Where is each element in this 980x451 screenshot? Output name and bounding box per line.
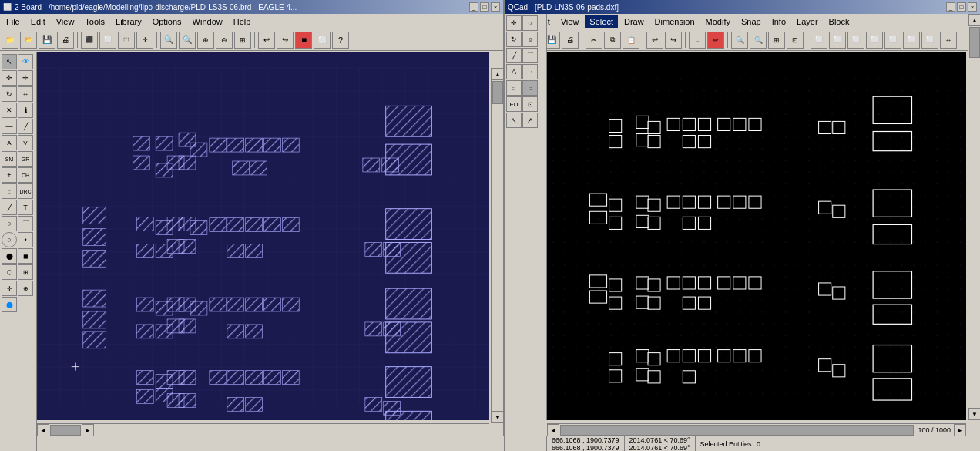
eagle-tb-zoom-in[interactable]: 🔍 — [160, 32, 177, 49]
eagle-tool-grid[interactable]: :: — [2, 183, 17, 199]
qcad-menu-modify[interactable]: Modify — [701, 15, 735, 28]
qcad-tool-snap-circle[interactable]: ○ — [522, 15, 538, 31]
eagle-tool-mirror[interactable]: ↔ — [18, 86, 33, 102]
eagle-menu-window[interactable]: Window — [188, 15, 227, 28]
eagle-tool-info[interactable]: ℹ — [18, 103, 33, 118]
eagle-tool-layer[interactable]: ⬤ — [2, 297, 17, 312]
qcad-tool-b1[interactable]: ⊡ — [522, 96, 538, 112]
eagle-tb-stop[interactable]: ⏹ — [295, 32, 312, 49]
eagle-tool-via[interactable]: ⬤ — [2, 248, 17, 264]
qcad-tool-crosshair[interactable]: ✛ — [506, 15, 522, 31]
eagle-scrollbar-h[interactable]: ◄ ► — [37, 423, 489, 436]
eagle-tool-circle[interactable]: ○ — [2, 232, 17, 247]
eagle-tool-copy[interactable]: ✛ — [18, 70, 33, 86]
qcad-tool-text[interactable]: A — [506, 64, 522, 79]
eagle-tool-delete[interactable]: ✕ — [2, 103, 17, 118]
eagle-tb-redo[interactable]: ↪ — [277, 32, 294, 49]
eagle-tool-add[interactable]: + — [2, 167, 17, 183]
qcad-tb-b6[interactable]: ⬜ — [884, 32, 901, 49]
eagle-tool-wire[interactable]: ╱ — [18, 119, 33, 134]
qcad-tb-paste[interactable]: 📋 — [623, 32, 639, 49]
eagle-tool-polygon[interactable]: ⬡ — [2, 264, 17, 280]
qcad-tool-rotate[interactable]: ↻ — [506, 32, 522, 47]
eagle-tb-zoom1[interactable]: ⊕ — [197, 32, 214, 49]
eagle-tool-snap[interactable]: ⊞ — [18, 264, 33, 280]
qcad-tb-zoom-fit[interactable]: ⊞ — [768, 32, 785, 49]
qcad-tb-cut[interactable]: ✂ — [586, 32, 602, 49]
eagle-close-btn[interactable]: × — [491, 2, 500, 12]
qcad-tool-grid-btn[interactable]: :: — [506, 80, 522, 96]
qcad-tool-grid2[interactable]: :: — [522, 80, 538, 96]
qcad-tool-edit[interactable]: ED — [506, 96, 522, 112]
eagle-menu-view[interactable]: View — [52, 15, 79, 28]
qcad-tool-measure[interactable]: ↔ — [522, 64, 538, 79]
qcad-tb-zoom-out[interactable]: 🔍 — [750, 32, 767, 49]
eagle-tb-new[interactable]: 📁 — [2, 32, 18, 49]
eagle-tool-net[interactable]: — — [2, 119, 17, 134]
qcad-canvas[interactable] — [547, 52, 966, 420]
eagle-tb-print[interactable]: 🖨 — [57, 32, 74, 49]
eagle-canvas[interactable] — [37, 52, 489, 420]
qcad-menu-dimension[interactable]: Dimension — [650, 15, 700, 28]
qcad-tb-undo[interactable]: ↩ — [646, 32, 663, 49]
eagle-tool-move[interactable]: ✛ — [2, 70, 17, 86]
qcad-tb-zoom-window[interactable]: ⊡ — [787, 32, 804, 49]
eagle-tool-curve[interactable]: ⌒ — [18, 216, 33, 231]
qcad-tb-b2[interactable]: ⬜ — [811, 32, 827, 49]
eagle-tool-dot[interactable]: • — [18, 232, 33, 247]
eagle-tool-drc[interactable]: DRC — [18, 183, 33, 199]
eagle-tb-b2[interactable]: ⬜ — [99, 32, 116, 49]
eagle-tool-text[interactable]: T — [18, 200, 33, 215]
eagle-scrollbar-v[interactable]: ▲ ▼ — [491, 68, 503, 423]
qcad-tb-b8[interactable]: ⬜ — [921, 32, 938, 49]
qcad-tb-redo[interactable]: ↪ — [665, 32, 682, 49]
eagle-tool-junction[interactable]: ⊕ — [18, 281, 33, 296]
qcad-tool-circle2[interactable]: ⌾ — [522, 32, 538, 47]
eagle-tb-help[interactable]: ? — [332, 32, 349, 49]
eagle-menu-tools[interactable]: Tools — [80, 15, 109, 28]
qcad-close-btn[interactable]: × — [968, 2, 977, 12]
qcad-scrollbar-v[interactable]: ▲ ▼ — [968, 14, 980, 420]
qcad-menu-view[interactable]: View — [556, 15, 584, 28]
eagle-tool-rotate[interactable]: ↻ — [2, 86, 17, 102]
eagle-tool-cross[interactable]: ✛ — [2, 281, 17, 296]
qcad-tb-zoom-in[interactable]: 🔍 — [731, 32, 748, 49]
eagle-tool-name[interactable]: A — [2, 135, 17, 150]
eagle-tb-b1[interactable]: ⬛ — [81, 32, 98, 49]
eagle-tb-zoom2[interactable]: ⊖ — [216, 32, 233, 49]
eagle-tool-pad[interactable]: ◼ — [18, 248, 33, 264]
eagle-tb-save[interactable]: 💾 — [39, 32, 55, 49]
eagle-tool-value[interactable]: V — [18, 135, 33, 150]
qcad-tb-b9[interactable]: ↔ — [940, 32, 957, 49]
eagle-tb-b4[interactable]: ✛ — [136, 32, 153, 49]
qcad-tb-grid[interactable]: :: — [689, 32, 706, 49]
eagle-menu-file[interactable]: File — [2, 15, 25, 28]
eagle-menu-edit[interactable]: Edit — [26, 15, 50, 28]
qcad-tool-arc[interactable]: ⌒ — [522, 48, 538, 63]
eagle-menu-options[interactable]: Options — [148, 15, 186, 28]
qcad-tb-copy[interactable]: ⧉ — [604, 32, 621, 49]
eagle-tb-zoom-out[interactable]: 🔍 — [179, 32, 196, 49]
eagle-tb-zoom3[interactable]: ⊞ — [234, 32, 251, 49]
qcad-scrollbar-h[interactable]: ◄ 100 / 1000 ► — [547, 423, 966, 436]
eagle-menu-help[interactable]: Help — [229, 15, 256, 28]
qcad-tb-b1[interactable]: ✏ — [707, 32, 724, 49]
qcad-tb-print[interactable]: 🖨 — [562, 32, 579, 49]
qcad-minimize-btn[interactable]: _ — [946, 2, 955, 12]
qcad-menu-block[interactable]: Block — [824, 15, 854, 28]
qcad-menu-layer[interactable]: Layer — [792, 15, 823, 28]
eagle-minimize-btn[interactable]: _ — [469, 2, 478, 12]
qcad-tb-b5[interactable]: ⬜ — [866, 32, 883, 49]
eagle-tb-b5[interactable]: ⬜ — [314, 32, 331, 49]
eagle-maximize-btn[interactable]: □ — [480, 2, 489, 12]
eagle-tool-smash[interactable]: SM — [2, 151, 17, 167]
eagle-tool-eye[interactable]: 👁 — [18, 54, 33, 69]
eagle-tool-line[interactable]: ╱ — [2, 200, 17, 215]
eagle-menu-library[interactable]: Library — [111, 15, 146, 28]
eagle-tool-group[interactable]: GR — [18, 151, 33, 167]
qcad-tool-line[interactable]: ╱ — [506, 48, 522, 63]
eagle-tool-arc[interactable]: ○ — [2, 216, 17, 231]
qcad-menu-select[interactable]: Select — [585, 15, 618, 28]
qcad-menu-draw[interactable]: Draw — [619, 15, 649, 28]
qcad-tb-b7[interactable]: ⬜ — [903, 32, 920, 49]
